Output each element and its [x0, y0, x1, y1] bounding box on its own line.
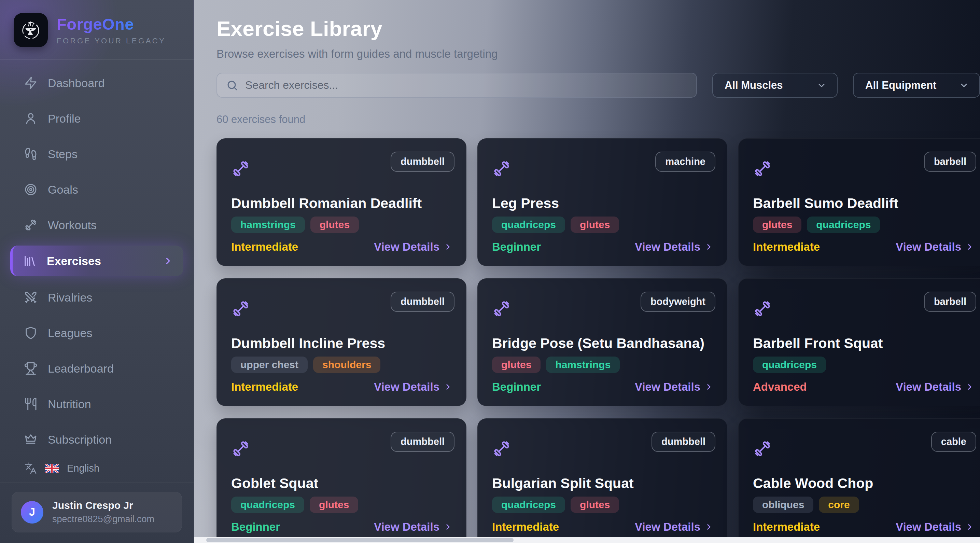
- chevron-right-icon: [444, 522, 452, 531]
- view-details-link[interactable]: View Details: [374, 521, 452, 533]
- search-input[interactable]: [245, 79, 687, 92]
- chevron-right-icon: [444, 242, 452, 252]
- brand-tagline: FORGE YOUR LEGACY: [57, 37, 165, 45]
- library-icon: [23, 254, 37, 268]
- muscle-tag: obliques: [753, 497, 813, 513]
- card-footer: IntermediateView Details: [753, 521, 974, 533]
- view-details-link[interactable]: View Details: [374, 381, 452, 393]
- view-details-link[interactable]: View Details: [635, 240, 713, 253]
- trophy-icon: [24, 361, 38, 375]
- dumbbell-icon: [753, 159, 772, 178]
- chevron-right-icon: [705, 382, 713, 392]
- sidebar-item-leaderboard[interactable]: Leaderboard: [12, 354, 181, 384]
- equipment-filter-dropdown[interactable]: All Equipment: [853, 73, 980, 98]
- view-details-label: View Details: [635, 381, 700, 393]
- exercise-card[interactable]: barbellBarbell Sumo Deadliftglutesquadri…: [738, 138, 980, 266]
- dumbbell-icon: [753, 299, 772, 318]
- difficulty-label: Beginner: [231, 521, 280, 533]
- view-details-link[interactable]: View Details: [635, 381, 713, 393]
- difficulty-label: Intermediate: [492, 521, 559, 533]
- dumbbell-icon: [753, 439, 772, 458]
- languages-icon: [25, 462, 37, 475]
- equipment-badge: dumbbell: [391, 432, 455, 452]
- sidebar-item-rivalries[interactable]: Rivalries: [12, 282, 181, 312]
- horizontal-scrollbar[interactable]: [194, 537, 980, 543]
- chevron-right-icon: [444, 382, 452, 392]
- muscle-tags: obliquescore: [753, 497, 859, 513]
- brand-name: ForgeOne: [57, 15, 165, 33]
- muscle-tag: hamstrings: [231, 217, 305, 233]
- view-details-link[interactable]: View Details: [896, 521, 974, 533]
- language-label: English: [67, 463, 99, 474]
- equipment-badge: dumbbell: [391, 151, 455, 172]
- exercise-card[interactable]: dumbbellDumbbell Incline Pressupper ches…: [216, 278, 466, 406]
- sidebar-item-nutrition[interactable]: Nutrition: [12, 389, 181, 419]
- exercise-title: Dumbbell Incline Press: [231, 335, 452, 352]
- exercise-card[interactable]: dumbbellDumbbell Romanian Deadlifthamstr…: [216, 138, 466, 266]
- horizontal-scrollbar-thumb[interactable]: [206, 538, 514, 542]
- user-profile-card[interactable]: J Justin Crespo Jr spectre0825@gmail.com: [12, 492, 182, 532]
- uk-flag-icon: [45, 464, 59, 473]
- chevron-down-icon: [816, 80, 827, 91]
- exercise-card[interactable]: bodyweightBridge Pose (Setu Bandhasana)g…: [477, 278, 727, 406]
- user-name: Justin Crespo Jr: [52, 500, 154, 511]
- sidebar-item-profile[interactable]: Profile: [12, 104, 181, 134]
- sidebar-item-steps[interactable]: Steps: [12, 139, 181, 169]
- exercise-title: Cable Wood Chop: [753, 475, 974, 491]
- exercise-title: Goblet Squat: [231, 475, 452, 491]
- exercise-card[interactable]: barbellBarbell Front SquatquadricepsAdva…: [738, 278, 980, 406]
- dumbbell-icon: [231, 439, 250, 458]
- view-details-label: View Details: [635, 240, 700, 253]
- sidebar-item-goals[interactable]: Goals: [12, 175, 181, 205]
- sidebar-divider-bottom: [0, 482, 194, 483]
- exercise-card[interactable]: dumbbellGoblet SquatquadricepsglutesBegi…: [216, 418, 466, 543]
- sidebar-item-subscription[interactable]: Subscription: [12, 425, 181, 455]
- view-details-label: View Details: [635, 521, 700, 533]
- sidebar-item-leagues[interactable]: Leagues: [12, 318, 181, 348]
- muscle-tag: quadriceps: [492, 217, 565, 233]
- muscle-tags: gluteshamstrings: [492, 357, 620, 373]
- muscle-tag: upper chest: [231, 357, 308, 373]
- view-details-link[interactable]: View Details: [635, 521, 713, 533]
- footprints-icon: [24, 147, 38, 161]
- view-details-link[interactable]: View Details: [896, 381, 974, 393]
- view-details-link[interactable]: View Details: [374, 240, 452, 253]
- muscle-tags: quadriceps: [753, 357, 826, 373]
- exercise-title: Leg Press: [492, 195, 713, 212]
- equipment-badge: bodyweight: [641, 291, 715, 312]
- difficulty-label: Intermediate: [231, 240, 298, 253]
- brand-text: ForgeOne FORGE YOUR LEGACY: [57, 15, 165, 45]
- dumbbell-icon: [492, 439, 511, 458]
- exercise-grid: dumbbellDumbbell Romanian Deadlifthamstr…: [216, 138, 980, 543]
- chevron-right-icon: [965, 522, 974, 531]
- view-details-link[interactable]: View Details: [896, 240, 974, 253]
- chevron-right-icon: [965, 382, 974, 392]
- shield-icon: [24, 326, 38, 340]
- language-selector[interactable]: English: [0, 460, 194, 481]
- exercise-card[interactable]: cableCable Wood ChopobliquescoreIntermed…: [738, 418, 980, 543]
- sidebar-item-workouts[interactable]: Workouts: [12, 210, 181, 240]
- equipment-badge: dumbbell: [652, 432, 715, 452]
- muscle-filter-dropdown[interactable]: All Muscles: [712, 73, 838, 98]
- user-email: spectre0825@gmail.com: [52, 514, 154, 525]
- sidebar-item-dashboard[interactable]: Dashboard: [12, 68, 181, 98]
- exercise-card[interactable]: machineLeg PressquadricepsglutesBeginner…: [477, 138, 727, 266]
- avatar: J: [21, 501, 43, 524]
- sidebar-item-exercises[interactable]: Exercises: [10, 245, 183, 276]
- search-icon: [226, 79, 238, 92]
- user-info: Justin Crespo Jr spectre0825@gmail.com: [52, 500, 154, 525]
- muscle-tag: glutes: [753, 217, 802, 233]
- sidebar-nav: DashboardProfileStepsGoalsWorkoutsExerci…: [0, 60, 194, 455]
- sidebar-item-label: Leaderboard: [48, 362, 114, 375]
- view-details-label: View Details: [896, 381, 961, 393]
- sidebar-item-label: Profile: [48, 112, 81, 125]
- muscle-tag: glutes: [571, 497, 619, 513]
- muscle-tags: quadricepsglutes: [231, 497, 358, 513]
- muscle-filter-value: All Muscles: [725, 79, 783, 92]
- dumbbell-icon: [231, 159, 250, 178]
- difficulty-label: Advanced: [753, 381, 807, 393]
- exercise-card[interactable]: dumbbellBulgarian Split Squatquadricepsg…: [477, 418, 727, 543]
- card-footer: IntermediateView Details: [492, 521, 713, 533]
- page-subtitle: Browse exercises with form guides and mu…: [216, 48, 980, 61]
- card-footer: BeginnerView Details: [492, 381, 713, 393]
